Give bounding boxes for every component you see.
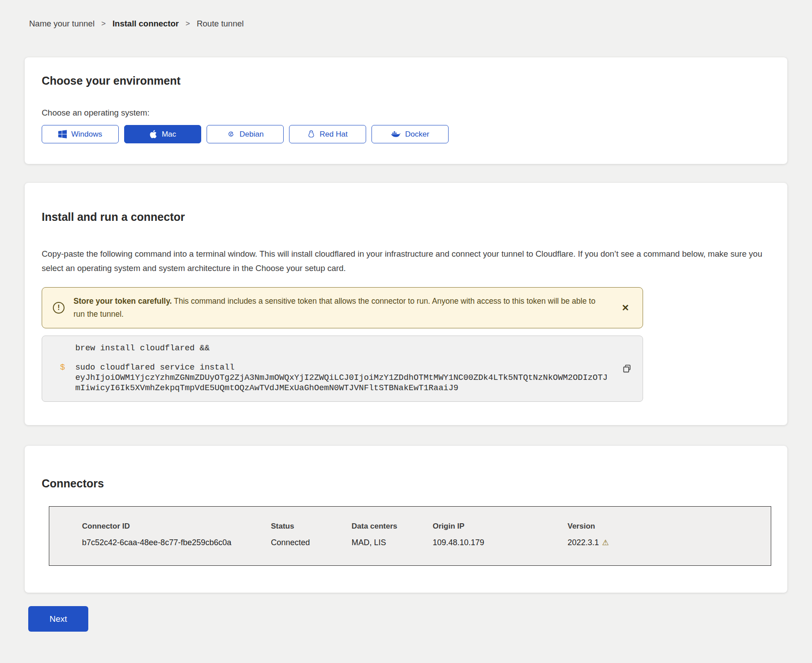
version-warning-icon: ⚠ bbox=[602, 538, 609, 547]
alert-exclamation-icon: ! bbox=[53, 302, 65, 314]
close-icon: ✕ bbox=[622, 303, 629, 313]
windows-logo-icon bbox=[58, 130, 67, 138]
cell-connector-id: b7c52c42-6caa-48ee-8c77-fbe259cb6c0a bbox=[49, 534, 271, 566]
choose-environment-card: Choose your environment Choose an operat… bbox=[25, 57, 787, 164]
breadcrumb-step-install-connector[interactable]: Install connector bbox=[112, 19, 179, 29]
os-button-docker[interactable]: Docker bbox=[371, 125, 449, 143]
alert-text: Store your token carefully. This command… bbox=[73, 295, 618, 321]
breadcrumb-step-name-your-tunnel[interactable]: Name your tunnel bbox=[29, 19, 95, 29]
header-status: Status bbox=[271, 507, 352, 534]
page-content: Name your tunnel > Install connector > R… bbox=[0, 0, 812, 632]
os-button-debian[interactable]: Debian bbox=[207, 125, 284, 143]
brew-command: brew install cloudflared && bbox=[75, 343, 611, 353]
os-button-mac[interactable]: Mac bbox=[124, 125, 201, 143]
connectors-card-title: Connectors bbox=[42, 477, 770, 490]
next-button[interactable]: Next bbox=[28, 606, 88, 632]
code-gutter bbox=[60, 343, 75, 353]
apple-logo-icon bbox=[149, 129, 157, 139]
install-command-code-block: brew install cloudflared && $ sudo cloud… bbox=[42, 336, 643, 402]
connectors-card: Connectors Connector ID Status Data cent… bbox=[25, 446, 787, 593]
os-button-label: Mac bbox=[162, 130, 176, 139]
shell-prompt: $ bbox=[60, 362, 75, 393]
cell-status: Connected bbox=[271, 534, 352, 566]
os-button-windows[interactable]: Windows bbox=[42, 125, 119, 143]
tunnel-token: eyJhIjoiOWM1YjczYzhmZGNmZDUyOTg2ZjA3NmJm… bbox=[75, 373, 611, 393]
copy-icon bbox=[622, 368, 632, 375]
copy-command-button[interactable] bbox=[622, 364, 632, 374]
linux-penguin-icon bbox=[307, 130, 315, 139]
cell-data-centers: MAD, LIS bbox=[352, 534, 433, 566]
install-card-description: Copy-paste the following command into a … bbox=[42, 247, 768, 276]
os-prompt-label: Choose an operating system: bbox=[42, 108, 770, 118]
environment-card-title: Choose your environment bbox=[42, 74, 770, 87]
os-button-label: Windows bbox=[71, 130, 102, 139]
token-warning-alert: ! Store your token carefully. This comma… bbox=[42, 287, 643, 328]
breadcrumb-separator: > bbox=[101, 19, 106, 28]
install-connector-card: Install and run a connector Copy-paste t… bbox=[25, 183, 787, 425]
breadcrumb-separator: > bbox=[186, 19, 190, 28]
connector-table-row: b7c52c42-6caa-48ee-8c77-fbe259cb6c0a Con… bbox=[49, 534, 771, 566]
cell-version: 2022.3.1⚠ bbox=[568, 534, 771, 566]
code-line-sudo: $ sudo cloudflared service install eyJhI… bbox=[60, 362, 611, 393]
alert-close-button[interactable]: ✕ bbox=[618, 301, 633, 314]
os-button-row: Windows Mac Debian bbox=[42, 125, 770, 143]
version-value: 2022.3.1 bbox=[568, 538, 599, 547]
header-connector-id: Connector ID bbox=[49, 507, 271, 534]
connectors-table: Connector ID Status Data centers Origin … bbox=[49, 506, 771, 566]
os-button-redhat[interactable]: Red Hat bbox=[289, 125, 366, 143]
os-button-label: Docker bbox=[405, 130, 429, 139]
breadcrumb: Name your tunnel > Install connector > R… bbox=[29, 19, 787, 29]
code-line-brew: brew install cloudflared && bbox=[60, 343, 611, 353]
header-data-centers: Data centers bbox=[352, 507, 433, 534]
alert-title: Store your token carefully. bbox=[73, 297, 172, 306]
connectors-table-header-row: Connector ID Status Data centers Origin … bbox=[49, 507, 771, 534]
header-version: Version bbox=[568, 507, 771, 534]
sudo-command: sudo cloudflared service install eyJhIjo… bbox=[75, 362, 611, 393]
breadcrumb-step-route-tunnel[interactable]: Route tunnel bbox=[197, 19, 244, 29]
sudo-command-text: sudo cloudflared service install bbox=[75, 363, 234, 372]
os-button-label: Debian bbox=[240, 130, 264, 139]
os-button-label: Red Hat bbox=[320, 130, 347, 139]
debian-swirl-icon bbox=[227, 130, 235, 138]
header-origin-ip: Origin IP bbox=[433, 507, 568, 534]
install-card-title: Install and run a connector bbox=[42, 211, 770, 224]
cell-origin-ip: 109.48.10.179 bbox=[433, 534, 568, 566]
docker-whale-icon bbox=[391, 130, 401, 138]
